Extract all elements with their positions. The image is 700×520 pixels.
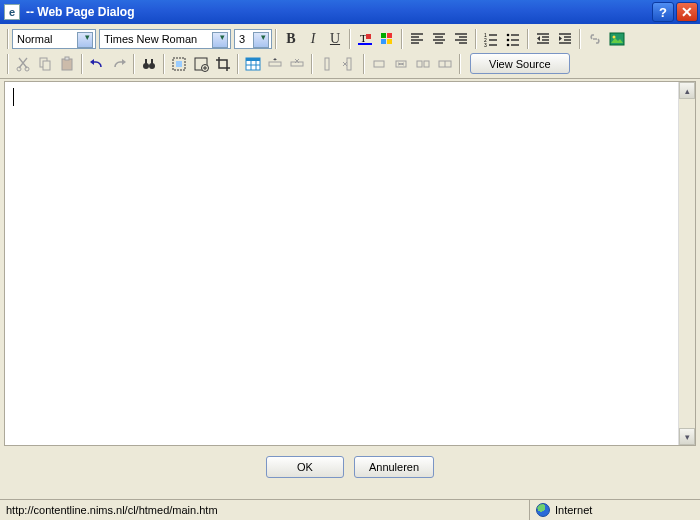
- dialog-buttons: OK Annuleren: [0, 446, 700, 484]
- bold-icon: B: [286, 31, 295, 47]
- delete-cell-icon: [393, 56, 409, 72]
- underline-button[interactable]: U: [324, 28, 346, 50]
- paragraph-style-select[interactable]: Normal: [12, 29, 96, 49]
- help-button[interactable]: ?: [652, 2, 674, 22]
- cut-button[interactable]: [12, 53, 34, 75]
- delete-col-icon: [341, 56, 357, 72]
- redo-button[interactable]: [108, 53, 130, 75]
- indent-button[interactable]: [554, 28, 576, 50]
- cancel-label: Annuleren: [369, 461, 419, 473]
- status-bar: http://contentline.nims.nl/cl/htmed/main…: [0, 499, 700, 520]
- toolbar-separator: [275, 29, 277, 49]
- select-all-button[interactable]: [168, 53, 190, 75]
- window-title: -- Web Page Dialog: [26, 5, 652, 19]
- show-borders-button[interactable]: [190, 53, 212, 75]
- svg-text:3: 3: [484, 42, 487, 47]
- paste-button[interactable]: [56, 53, 78, 75]
- underline-icon: U: [330, 31, 340, 47]
- svg-rect-19: [62, 59, 72, 70]
- svg-rect-5: [381, 39, 386, 44]
- svg-rect-32: [291, 62, 303, 66]
- delete-col-button[interactable]: [338, 53, 360, 75]
- insert-link-button[interactable]: [584, 28, 606, 50]
- font-family-value: Times New Roman: [104, 33, 197, 45]
- toolbar-separator: [459, 54, 461, 74]
- insert-row-button[interactable]: [264, 53, 286, 75]
- app-icon: e: [4, 4, 20, 20]
- split-cell-button[interactable]: [434, 53, 456, 75]
- status-zone-label: Internet: [555, 504, 592, 516]
- align-center-button[interactable]: [428, 28, 450, 50]
- toolbar-separator: [81, 54, 83, 74]
- vertical-scrollbar[interactable]: ▴ ▾: [678, 82, 695, 445]
- font-family-select[interactable]: Times New Roman: [99, 29, 231, 49]
- paragraph-style-value: Normal: [17, 33, 52, 45]
- close-button[interactable]: ✕: [676, 2, 698, 22]
- align-left-button[interactable]: [406, 28, 428, 50]
- toolbar-separator: [579, 29, 581, 49]
- toolbar-separator: [163, 54, 165, 74]
- insert-image-button[interactable]: [606, 28, 628, 50]
- view-source-button[interactable]: View Source: [470, 53, 570, 74]
- svg-rect-6: [387, 39, 392, 44]
- crop-button[interactable]: [212, 53, 234, 75]
- svg-rect-23: [145, 59, 147, 64]
- insert-table-button[interactable]: [242, 53, 264, 75]
- ok-button[interactable]: OK: [266, 456, 344, 478]
- align-right-button[interactable]: [450, 28, 472, 50]
- italic-button[interactable]: I: [302, 28, 324, 50]
- merge-cells-button[interactable]: [412, 53, 434, 75]
- title-bar: e -- Web Page Dialog ? ✕: [0, 0, 700, 24]
- align-left-icon: [409, 31, 425, 47]
- copy-icon: [37, 56, 53, 72]
- bold-button[interactable]: B: [280, 28, 302, 50]
- italic-icon: I: [311, 31, 316, 47]
- cut-icon: [15, 56, 31, 72]
- font-size-select[interactable]: 3: [234, 29, 272, 49]
- toolbar-row-1: Normal Times New Roman 3 B I U T 123: [4, 26, 696, 51]
- toolbar-separator: [527, 29, 529, 49]
- svg-rect-38: [424, 61, 429, 67]
- align-center-icon: [431, 31, 447, 47]
- table-icon: [245, 56, 261, 72]
- split-cell-icon: [437, 56, 453, 72]
- highlight-color-button[interactable]: [376, 28, 398, 50]
- undo-icon: [89, 56, 105, 72]
- svg-rect-20: [65, 57, 69, 60]
- scroll-track[interactable]: [679, 99, 695, 428]
- bullet-list-button[interactable]: [502, 28, 524, 50]
- svg-rect-35: [374, 61, 384, 67]
- font-color-icon: T: [357, 31, 373, 47]
- toolbar-separator: [349, 29, 351, 49]
- outdent-button[interactable]: [532, 28, 554, 50]
- insert-cell-button[interactable]: [368, 53, 390, 75]
- cancel-button[interactable]: Annuleren: [354, 456, 434, 478]
- svg-rect-13: [610, 33, 624, 45]
- scroll-down-button[interactable]: ▾: [679, 428, 695, 445]
- insert-cell-icon: [371, 56, 387, 72]
- copy-button[interactable]: [34, 53, 56, 75]
- toolbar-separator: [401, 29, 403, 49]
- delete-cell-button[interactable]: [390, 53, 412, 75]
- insert-col-icon: [319, 56, 335, 72]
- scroll-up-button[interactable]: ▴: [679, 82, 695, 99]
- numbered-list-icon: 123: [483, 31, 499, 47]
- undo-button[interactable]: [86, 53, 108, 75]
- globe-icon: [536, 503, 550, 517]
- find-button[interactable]: [138, 53, 160, 75]
- svg-point-12: [507, 43, 510, 46]
- svg-rect-2: [358, 43, 372, 45]
- insert-col-button[interactable]: [316, 53, 338, 75]
- merge-cells-icon: [415, 56, 431, 72]
- toolbar-separator: [7, 54, 9, 74]
- delete-row-button[interactable]: [286, 53, 308, 75]
- numbered-list-button[interactable]: 123: [480, 28, 502, 50]
- svg-rect-18: [43, 61, 50, 70]
- svg-rect-1: [366, 34, 371, 39]
- editor-textarea[interactable]: [5, 82, 678, 445]
- highlight-color-icon: [379, 31, 395, 47]
- toolbar-separator: [475, 29, 477, 49]
- view-source-label: View Source: [489, 58, 551, 70]
- font-color-button[interactable]: T: [354, 28, 376, 50]
- svg-rect-4: [387, 33, 392, 38]
